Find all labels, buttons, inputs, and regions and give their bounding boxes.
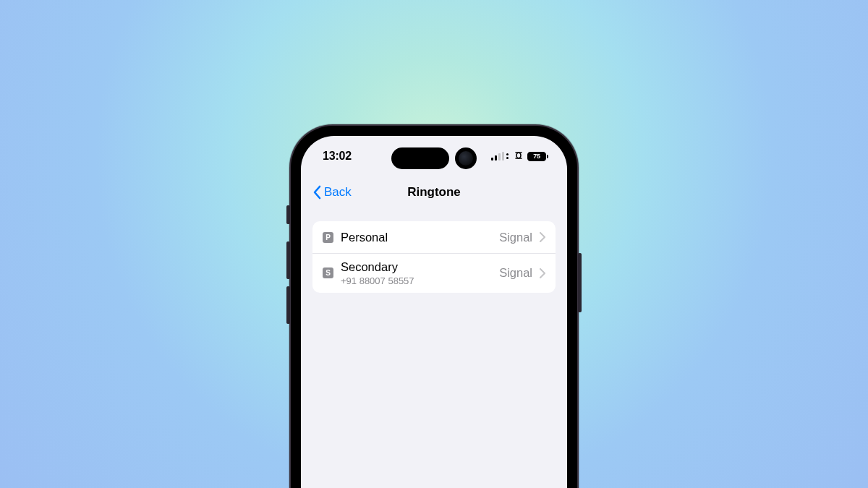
chevron-right-icon [540, 232, 545, 242]
status-bar: 13:02 75 [301, 136, 567, 176]
power-button[interactable] [578, 253, 582, 312]
silent-switch[interactable] [286, 205, 290, 224]
screen: 13:02 75 [301, 136, 567, 488]
chevron-left-icon [312, 185, 321, 200]
cellular-signal-icon [491, 152, 504, 160]
sim-phone-number: +91 88007 58557 [341, 275, 492, 287]
personal-hotspot-icon [512, 152, 524, 160]
sim-row-secondary[interactable]: S Secondary +91 88007 58557 Signal [312, 253, 556, 293]
battery-indicator: 75 [527, 152, 548, 161]
sim-name: Personal [341, 230, 492, 245]
sim-name: Secondary [341, 260, 492, 275]
sim-ringtone-list: P Personal Signal S Secondary +91 88007 … [312, 221, 556, 293]
page-title: Ringtone [407, 185, 461, 200]
ringtone-value: Signal [499, 231, 532, 244]
phone-frame: 13:02 75 [291, 126, 577, 488]
status-time: 13:02 [323, 150, 352, 163]
nav-bar: Back Ringtone [301, 176, 567, 208]
volume-up-button[interactable] [286, 241, 290, 279]
back-button[interactable]: Back [307, 176, 357, 208]
battery-level: 75 [527, 152, 546, 161]
sim-row-personal[interactable]: P Personal Signal [312, 221, 556, 253]
status-indicators: 75 [491, 152, 548, 161]
back-label: Back [324, 185, 352, 200]
dual-sim-icon [506, 153, 509, 159]
ringtone-value: Signal [499, 266, 532, 280]
sim-badge-icon: P [323, 232, 333, 243]
chevron-right-icon [540, 268, 545, 278]
sim-badge-icon: S [323, 267, 333, 278]
volume-down-button[interactable] [286, 286, 290, 324]
